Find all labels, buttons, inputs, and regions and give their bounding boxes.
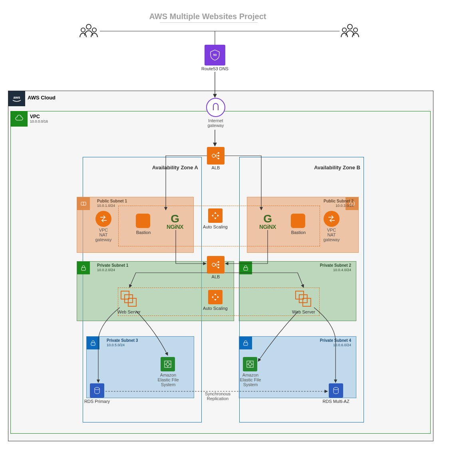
web-server-2-node — [295, 291, 313, 308]
svg-point-23 — [212, 263, 215, 266]
subnet-icon — [239, 262, 252, 274]
nat-gateway-2-node — [324, 211, 340, 227]
alb-top-node — [207, 147, 224, 165]
efs-2-node — [243, 357, 257, 371]
nat-icon — [99, 214, 108, 224]
auto-scaling-web-node — [208, 290, 223, 304]
alb2-label: ALB — [200, 274, 232, 279]
nat-gateway-1-node — [95, 211, 111, 227]
svg-line-22 — [215, 156, 218, 159]
svg-rect-7 — [91, 343, 95, 345]
route53-node: 53 — [205, 45, 225, 65]
svg-point-33 — [248, 363, 252, 366]
svg-point-35 — [334, 387, 338, 390]
auto-scaling-icon — [211, 293, 220, 301]
svg-rect-6 — [244, 268, 248, 270]
private-subnet-1-cidr: 10.0.2.0/24 — [97, 268, 115, 272]
az-b-label: Availability Zone B — [314, 165, 360, 171]
svg-rect-5 — [81, 268, 85, 270]
private-subnet-2-title: Private Subnet 2 — [320, 263, 351, 268]
nat-icon — [327, 214, 336, 224]
alb-icon — [211, 151, 221, 161]
efs1-label: AmazonElastic FileSystem — [153, 373, 184, 387]
rds-primary-label: RDS Primary — [79, 399, 115, 404]
diagram-canvas: AWS Multiple Websites Project aws AWS Cl… — [0, 0, 449, 476]
nginx-1-node: GNGiNX — [162, 213, 188, 229]
subnet-icon — [239, 337, 252, 349]
rds-primary-node — [90, 383, 104, 398]
web-server-1-node — [121, 291, 138, 308]
svg-line-20 — [215, 153, 218, 156]
web-server-1-label: Web Server — [113, 309, 145, 314]
svg-point-14 — [354, 28, 358, 32]
efs-icon — [246, 360, 254, 369]
subnet-icon — [77, 262, 90, 274]
efs-1-node — [161, 357, 175, 371]
svg-text:aws: aws — [13, 95, 20, 99]
autoscaling2-label: Auto Scaling — [199, 306, 231, 311]
svg-line-29 — [215, 265, 218, 268]
public-subnet-1-cidr: 10.0.1.0/24 — [97, 204, 115, 208]
svg-point-19 — [218, 158, 219, 159]
internet-gateway-icon — [211, 102, 221, 113]
alb1-label: ALB — [200, 165, 232, 170]
route53-label: Route53 DNS — [199, 66, 231, 71]
users-left-node — [78, 23, 99, 44]
svg-point-12 — [348, 24, 352, 29]
igw-label: Internet gateway — [199, 118, 232, 128]
alb-middle-node — [207, 256, 224, 274]
svg-point-13 — [342, 28, 346, 32]
bastion2-label: Bastion — [290, 230, 307, 235]
web-server-2-label: Web Server — [288, 309, 320, 314]
public-subnet-2-title: Public Subnet 2 — [324, 199, 354, 203]
private-subnet-3-title: Private Subnet 3 — [107, 338, 138, 343]
users-right-node — [340, 23, 360, 44]
route53-icon: 53 — [209, 49, 221, 61]
public-subnet-2-cidr: 10.0.3.0/24 — [336, 204, 354, 208]
svg-point-31 — [166, 363, 169, 366]
bastion-2-node — [291, 214, 305, 228]
efs-icon — [163, 360, 172, 369]
rds-multiaz-node — [329, 383, 343, 398]
private-subnet-2-cidr: 10.0.4.0/24 — [333, 268, 351, 272]
auto-scaling-top-node — [208, 208, 223, 223]
svg-point-25 — [218, 264, 219, 266]
sync-replication-label: SynchronousReplication — [196, 391, 240, 401]
private-subnet-4-cidr: 10.0.6.0/24 — [333, 343, 351, 347]
nat2-label: VPCNATgateway — [316, 228, 347, 242]
svg-point-26 — [218, 267, 219, 268]
bastion-1-node — [136, 214, 150, 228]
vpc-badge — [11, 111, 28, 127]
svg-text:53: 53 — [213, 53, 217, 57]
users-icon — [340, 23, 360, 42]
aws-logo-icon: aws — [11, 95, 23, 103]
subnet-icon — [87, 337, 99, 349]
subnet-icon — [77, 197, 90, 210]
rds-icon — [93, 386, 101, 395]
alb-icon — [211, 260, 221, 270]
svg-point-10 — [81, 28, 85, 32]
bastion1-label: Bastion — [135, 230, 152, 235]
vpc-title: VPC — [30, 114, 40, 119]
private-subnet-4-title: Private Subnet 4 — [320, 338, 351, 343]
aws-cloud-label: AWS Cloud — [28, 95, 56, 101]
svg-point-11 — [92, 28, 96, 32]
vpc-cidr: 10.0.0.0/16 — [30, 119, 48, 123]
autoscaling1-label: Auto Scaling — [199, 224, 231, 229]
vpc-cloud-icon — [15, 115, 24, 123]
nat1-label: VPCNATgateway — [88, 228, 119, 242]
title-underline — [160, 22, 258, 23]
public-subnet-1-title: Public Subnet 1 — [97, 199, 127, 203]
svg-point-34 — [95, 387, 99, 390]
svg-rect-8 — [244, 343, 248, 345]
private-subnet-1-title: Private Subnet 1 — [97, 263, 128, 268]
efs2-label: AmazonElastic FileSystem — [235, 373, 266, 387]
rds-icon — [332, 386, 340, 395]
internet-gateway-node — [206, 98, 225, 117]
private-subnet-3-cidr: 10.0.5.0/24 — [107, 343, 125, 347]
aws-logo-badge: aws — [8, 91, 25, 106]
diagram-title: AWS Multiple Websites Project — [144, 12, 272, 21]
nginx-2-node: GNGiNX — [255, 213, 280, 229]
az-a-label: Availability Zone A — [152, 165, 198, 171]
svg-point-17 — [218, 152, 219, 154]
